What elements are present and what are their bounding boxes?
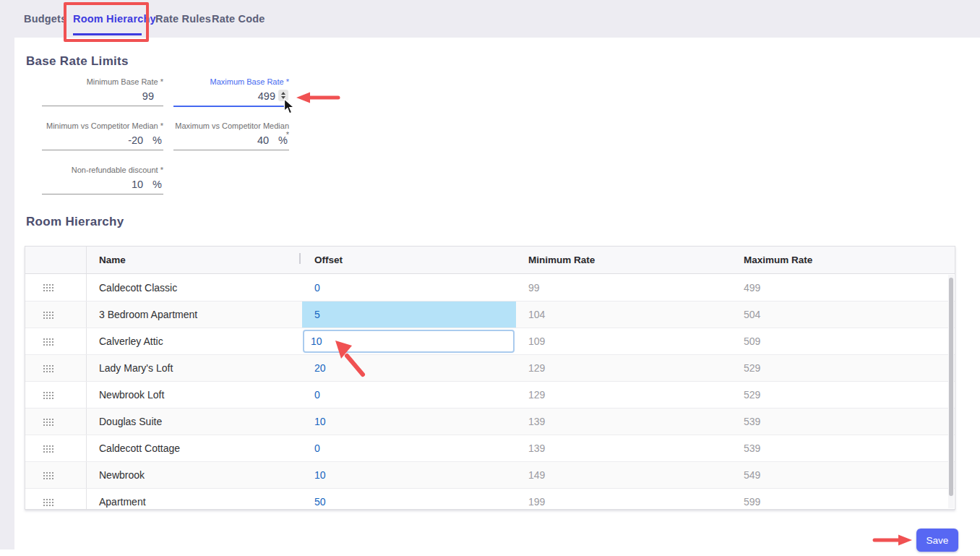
drag-handle-cell (25, 355, 87, 381)
field-value[interactable]: -20 (128, 134, 143, 146)
field-label: Minimum vs Competitor Median * (42, 121, 163, 130)
field-value[interactable]: 10 (132, 179, 143, 190)
drag-handle-cell (25, 489, 87, 510)
row-min-rate: 199 (516, 489, 731, 510)
tab-label: Room Hierarchy (73, 13, 156, 25)
drag-handle-icon[interactable] (43, 471, 53, 479)
row-min-rate: 149 (516, 462, 731, 488)
offset-cell[interactable]: 20 (302, 355, 516, 381)
row-name: Caldecott Classic (87, 274, 302, 301)
row-name: Douglas Suite (87, 409, 302, 435)
drag-handle-icon[interactable] (43, 391, 53, 399)
drag-handle-icon[interactable] (43, 283, 53, 291)
field-label: Minimum Base Rate * (42, 77, 163, 86)
row-name: Lady Mary's Loft (87, 355, 302, 381)
offset-cell[interactable]: 0 (302, 435, 516, 461)
offset-cell[interactable]: 5 (302, 301, 516, 328)
drag-handle-icon[interactable] (43, 445, 53, 453)
offset-value[interactable]: 10 (314, 416, 326, 427)
field-label: Maximum Base Rate * (173, 77, 289, 86)
table-row: Caldecott Classic 0 99 499 (25, 274, 955, 301)
table-row: Lady Mary's Loft 20 129 529 (25, 354, 955, 381)
row-name: Newbrook Loft (87, 382, 302, 408)
table-row: Calverley Attic 10 109 509 (25, 328, 955, 354)
offset-cell[interactable]: 10 (302, 328, 516, 354)
row-name: Newbrook (87, 462, 302, 488)
tab-label: Budgets (24, 13, 66, 25)
header-minimum-rate: Minimum Rate (516, 255, 731, 265)
field-value[interactable]: 499 (258, 90, 275, 102)
section-title-base-rate-limits: Base Rate Limits (26, 54, 129, 69)
drag-handle-icon[interactable] (43, 498, 53, 506)
offset-cell[interactable]: 10 (302, 462, 516, 488)
offset-value[interactable]: 0 (314, 389, 320, 401)
field-minimum-base-rate[interactable]: Minimum Base Rate * 99 (42, 77, 163, 106)
offset-value[interactable]: 0 (314, 442, 320, 454)
field-value[interactable]: 99 (142, 90, 154, 102)
scrollbar-thumb[interactable] (949, 278, 953, 496)
row-max-rate: 549 (731, 462, 955, 488)
stepper-up-icon[interactable] (281, 92, 285, 95)
offset-edit-input[interactable]: 10 (303, 330, 515, 353)
drag-handle-cell (25, 409, 87, 435)
drag-handle-cell (25, 462, 87, 488)
field-maximum-base-rate[interactable]: Maximum Base Rate * 499 (173, 77, 289, 107)
row-max-rate: 539 (731, 409, 955, 435)
table-scrollbar[interactable] (948, 275, 954, 508)
field-max-vs-competitor-median[interactable]: Maximum vs Competitor Median * 40% (173, 121, 289, 150)
table-row: Newbrook Loft 0 129 529 (25, 381, 955, 408)
drag-handle-icon[interactable] (43, 311, 53, 319)
drag-handle-cell (25, 328, 87, 354)
tab-room-hierarchy[interactable]: Room Hierarchy (73, 0, 156, 38)
number-stepper[interactable] (278, 90, 288, 101)
field-suffix: % (278, 134, 288, 146)
row-name: Apartment (87, 489, 302, 510)
room-hierarchy-table: Name Offset Minimum Rate Maximum Rate Ca… (25, 246, 955, 510)
row-max-rate: 529 (731, 382, 955, 408)
field-min-vs-competitor-median[interactable]: Minimum vs Competitor Median * -20% (42, 121, 163, 150)
section-title-room-hierarchy: Room Hierarchy (26, 215, 124, 229)
offset-value[interactable]: 0 (314, 282, 320, 294)
offset-cell[interactable]: 0 (302, 382, 516, 408)
tab-label: Rate Rules (155, 13, 211, 25)
field-value[interactable]: 40 (257, 134, 269, 146)
drag-handle-icon[interactable] (43, 364, 53, 372)
row-min-rate: 109 (516, 328, 731, 354)
settings-page: Budgets Room Hierarchy Rate Rules Rate C… (0, 0, 980, 556)
table-body: Caldecott Classic 0 99 499 3 Bedroom Apa… (25, 274, 955, 510)
row-name: Calverley Attic (87, 328, 302, 354)
tab-budgets[interactable]: Budgets (24, 0, 66, 38)
row-min-rate: 129 (516, 355, 731, 381)
offset-cell[interactable]: 10 (302, 409, 516, 435)
field-non-refundable-discount[interactable]: Non-refundable discount * 10% (42, 166, 163, 194)
drag-handle-cell (25, 382, 87, 408)
offset-value[interactable]: 20 (314, 362, 326, 374)
row-max-rate: 504 (731, 301, 955, 328)
row-min-rate: 129 (516, 382, 731, 408)
table-row: Apartment 50 199 599 (25, 488, 955, 510)
active-tab-underline (73, 33, 142, 35)
row-max-rate: 539 (731, 435, 955, 461)
page-gutter (0, 38, 14, 549)
drag-handle-icon[interactable] (43, 338, 53, 346)
row-max-rate: 599 (731, 489, 955, 510)
offset-value[interactable]: 10 (314, 469, 326, 481)
offset-cell[interactable]: 50 (302, 489, 516, 510)
tab-rate-code[interactable]: Rate Code (212, 0, 265, 38)
header-name: Name (87, 255, 302, 265)
field-suffix: % (152, 179, 162, 190)
table-row: Douglas Suite 10 139 539 (25, 408, 955, 435)
row-max-rate: 509 (731, 328, 955, 354)
header-offset: Offset (302, 255, 516, 265)
row-min-rate: 104 (516, 301, 731, 328)
offset-value[interactable]: 5 (314, 309, 320, 320)
offset-cell[interactable]: 0 (302, 274, 516, 301)
field-suffix: % (152, 134, 162, 146)
row-min-rate: 99 (516, 274, 731, 301)
drag-handle-cell (25, 435, 87, 461)
drag-handle-icon[interactable] (43, 418, 53, 426)
offset-value[interactable]: 50 (314, 496, 326, 508)
stepper-down-icon[interactable] (281, 96, 285, 99)
tab-rate-rules[interactable]: Rate Rules (155, 0, 211, 38)
save-button[interactable]: Save (916, 529, 958, 552)
